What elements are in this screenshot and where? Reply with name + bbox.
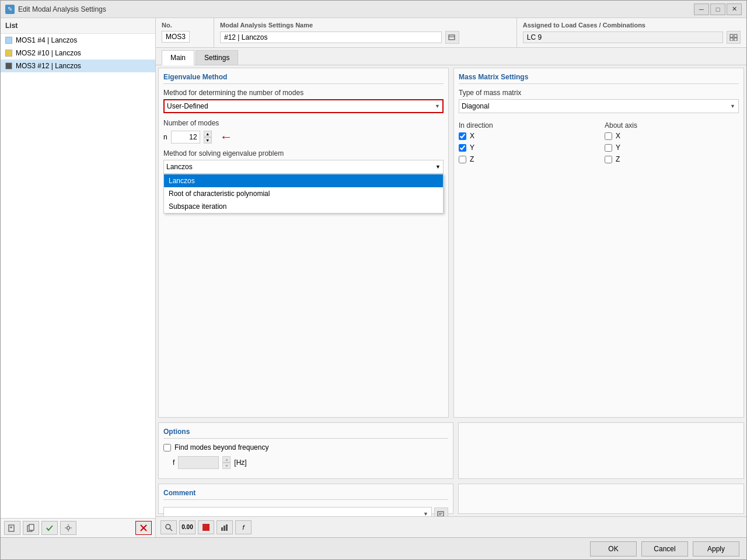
about-z-label: Z: [616, 155, 620, 163]
hz-label: [Hz]: [234, 459, 246, 467]
num-modes-label: Number of modes: [163, 119, 444, 127]
type-mass-select[interactable]: Diagonal Consistent: [459, 99, 739, 113]
number-button[interactable]: 0.00: [179, 520, 196, 534]
svg-rect-14: [438, 512, 444, 516]
mass-matrix-title: Mass Matrix Settings: [459, 73, 739, 84]
delete-button[interactable]: [135, 521, 152, 535]
assigned-input[interactable]: [523, 32, 723, 43]
sidebar-item-mos1[interactable]: MOS1 #4 | Lanczos: [1, 34, 155, 47]
find-modes-row: Find modes beyond frequency: [163, 443, 448, 452]
about-y-label: Y: [616, 144, 620, 152]
function-icon: f: [242, 524, 244, 531]
comment-select[interactable]: [163, 507, 432, 516]
in-z-label: Z: [470, 155, 474, 163]
svg-rect-4: [29, 524, 34, 530]
no-value: MOS3: [162, 31, 190, 43]
frequency-row: f ▲ ▼ [Hz]: [163, 456, 448, 469]
tabs-bar: Main Settings: [156, 48, 746, 65]
about-z-row: Z: [605, 155, 739, 163]
name-value-row: [220, 31, 511, 44]
eigenvalue-title: Eigenvalue Method: [163, 73, 444, 84]
comment-title: Comment: [163, 489, 448, 500]
comment-row: Comment: [156, 481, 746, 516]
tab-main[interactable]: Main: [162, 50, 194, 65]
in-x-checkbox[interactable]: [459, 132, 466, 140]
in-y-checkbox[interactable]: [459, 144, 466, 152]
assigned-label: Assigned to Load Cases / Combinations: [523, 22, 741, 29]
eigenvalue-method-menu: Lanczos Root of characteristic polynomia…: [163, 174, 444, 214]
in-x-row: X: [459, 132, 593, 140]
function-button[interactable]: f: [235, 520, 252, 534]
method-modes-label: Method for determining the number of mod…: [163, 89, 444, 97]
about-z-checkbox[interactable]: [605, 156, 612, 163]
cancel-button[interactable]: Cancel: [641, 541, 688, 556]
copy-icon: [27, 524, 35, 532]
close-button[interactable]: ✕: [727, 4, 742, 15]
dropdown-item-lanczos[interactable]: Lanczos: [164, 174, 443, 187]
dropdown-item-subspace[interactable]: Subspace iteration: [164, 200, 443, 213]
sidebar: List MOS1 #4 | Lanczos MOS2 #10 | Lanczo…: [1, 18, 156, 537]
eigenvalue-method-value: Lanczos: [166, 163, 193, 171]
arrow-icon: ←: [220, 130, 233, 145]
root-label: Root of characteristic polynomial: [169, 190, 270, 198]
red-square-button[interactable]: [198, 520, 214, 534]
num-modes-input[interactable]: [171, 131, 200, 144]
apply-button[interactable]: Apply: [693, 541, 739, 556]
grid-icon: [729, 34, 738, 41]
about-x-label: X: [616, 132, 620, 140]
magnify-icon: [165, 523, 173, 531]
comment-right-panel: [458, 484, 744, 514]
eigenvalue-panel: Eigenvalue Method Method for determining…: [158, 68, 449, 418]
freq-spinner: ▲ ▼: [222, 456, 231, 469]
freq-spin-up[interactable]: ▲: [222, 456, 231, 463]
name-edit-button[interactable]: [445, 31, 459, 44]
eigenvalue-method-trigger[interactable]: Lanczos ▼: [163, 160, 444, 174]
ok-button[interactable]: OK: [590, 541, 637, 556]
sidebar-item-mos2[interactable]: MOS2 #10 | Lanczos: [1, 47, 155, 60]
about-y-checkbox[interactable]: [605, 144, 612, 152]
name-section: Modal Analysis Settings Name: [214, 18, 517, 47]
edit-icon: [448, 34, 456, 41]
num-modes-group: Number of modes n ▲ ▼ ←: [163, 119, 444, 145]
svg-point-15: [166, 524, 170, 529]
frequency-input[interactable]: [178, 456, 219, 469]
spin-down-button[interactable]: ▼: [204, 137, 212, 144]
maximize-button[interactable]: □: [710, 4, 725, 15]
no-label: No.: [162, 22, 208, 29]
method-modes-select[interactable]: User-Defined Auto Manual: [163, 99, 444, 113]
comment-input-row: [163, 507, 448, 516]
comment-edit-button[interactable]: [434, 508, 448, 516]
about-x-checkbox[interactable]: [605, 132, 612, 140]
in-direction-checkboxes: X Y Z: [459, 132, 593, 163]
magnify-button[interactable]: [160, 520, 177, 534]
eigenvalue-method-label: Method for solving eigenvalue problem: [163, 149, 444, 158]
sidebar-item-mos3[interactable]: MOS3 #12 | Lanczos: [1, 60, 155, 72]
copy-item-button[interactable]: [23, 521, 39, 535]
panels-area: Eigenvalue Method Method for determining…: [156, 65, 746, 516]
type-mass-wrapper: Diagonal Consistent: [459, 99, 739, 113]
minimize-button[interactable]: ─: [694, 4, 709, 15]
in-y-label: Y: [470, 144, 474, 152]
tab-settings[interactable]: Settings: [196, 50, 238, 65]
comment-select-wrapper: [163, 507, 432, 516]
spin-up-button[interactable]: ▲: [204, 131, 212, 137]
main-window: ✎ Edit Modal Analysis Settings ─ □ ✕ Lis…: [0, 0, 747, 560]
dropdown-item-root[interactable]: Root of characteristic polynomial: [164, 187, 443, 200]
in-z-checkbox[interactable]: [459, 156, 466, 163]
freq-spin-down[interactable]: ▼: [222, 463, 231, 469]
eigenvalue-method-dropdown: Lanczos ▼ Lanczos Root of characteristic…: [163, 160, 444, 174]
chart-button[interactable]: [217, 520, 233, 534]
settings-button[interactable]: [60, 521, 76, 535]
new-icon: [8, 524, 16, 532]
new-item-button[interactable]: [4, 521, 20, 535]
assigned-edit-button[interactable]: [727, 31, 741, 44]
main-content: List MOS1 #4 | Lanczos MOS2 #10 | Lanczo…: [1, 18, 746, 537]
check-icon: [46, 524, 54, 532]
lanczos-label: Lanczos: [169, 177, 195, 185]
name-label: Modal Analysis Settings Name: [220, 22, 511, 29]
delete-icon: [139, 524, 148, 532]
find-modes-checkbox[interactable]: [163, 444, 171, 452]
assigned-value-row: [523, 31, 741, 44]
check-button[interactable]: [41, 521, 58, 535]
name-input[interactable]: [220, 32, 442, 43]
